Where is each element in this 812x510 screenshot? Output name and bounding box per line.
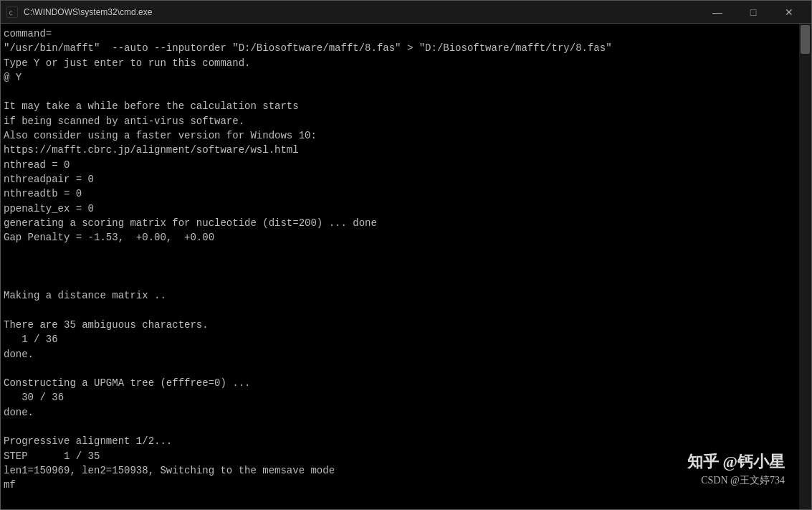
cmd-icon: c	[6, 6, 18, 18]
content-area: command= "/usr/bin/mafft" --auto --input…	[1, 24, 811, 509]
minimize-button[interactable]: —	[701, 1, 734, 24]
scrollbar[interactable]	[799, 24, 811, 509]
svg-text:c: c	[9, 9, 13, 16]
cmd-window: c C:\WINDOWS\system32\cmd.exe — □ ✕ comm…	[0, 0, 812, 510]
close-button[interactable]: ✕	[773, 1, 806, 24]
window-title: C:\WINDOWS\system32\cmd.exe	[24, 7, 152, 17]
window-controls: — □ ✕	[701, 1, 806, 24]
watermark-main: 知乎 @钙小星	[687, 450, 785, 473]
watermark-sub: CSDN @王文婷734	[687, 473, 785, 488]
terminal-output: command= "/usr/bin/mafft" --auto --input…	[4, 27, 796, 493]
title-bar: c C:\WINDOWS\system32\cmd.exe — □ ✕	[1, 1, 811, 24]
watermark: 知乎 @钙小星 CSDN @王文婷734	[687, 450, 785, 488]
scrollbar-thumb[interactable]	[801, 25, 810, 54]
terminal[interactable]: command= "/usr/bin/mafft" --auto --input…	[1, 24, 799, 509]
title-bar-left: c C:\WINDOWS\system32\cmd.exe	[6, 6, 152, 18]
maximize-button[interactable]: □	[737, 1, 770, 24]
